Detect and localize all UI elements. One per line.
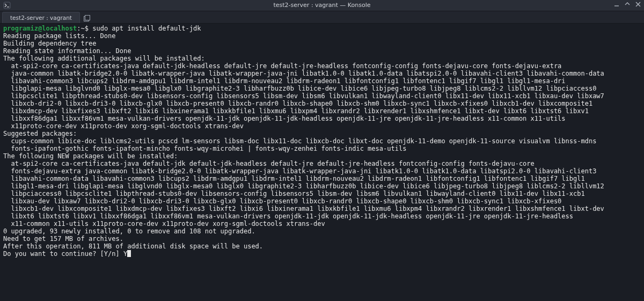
tab-bar: test2-server : vagrant — [0, 11, 644, 24]
maximize-button[interactable] — [625, 2, 630, 9]
close-button[interactable] — [635, 2, 641, 9]
apt-output-block: Reading package lists... Done Building d… — [3, 32, 641, 250]
command-text: sudo apt install default-jdk — [92, 25, 201, 32]
terminal-output[interactable]: programiz@localhost:~$ sudo apt install … — [0, 24, 644, 258]
minimize-button[interactable] — [614, 2, 619, 9]
confirm-question: Do you want to continue? [Y/n] — [3, 250, 123, 258]
prompt-path: ~$ — [81, 25, 89, 32]
confirm-answer: Y — [123, 250, 127, 258]
app-icon — [3, 2, 11, 9]
window-title: test2-server : vagrant — Konsole — [273, 2, 370, 9]
tab-label: test2-server : vagrant — [10, 14, 72, 21]
svg-rect-0 — [4, 2, 10, 9]
svg-rect-6 — [85, 16, 90, 20]
new-tab-button[interactable] — [82, 13, 92, 23]
window-titlebar: test2-server : vagrant — Konsole — [0, 0, 644, 11]
text-cursor — [127, 250, 131, 257]
prompt-separator: : — [77, 25, 80, 32]
prompt-user-host: programiz@localhost — [3, 25, 77, 32]
terminal-tab[interactable]: test2-server : vagrant — [2, 12, 80, 23]
